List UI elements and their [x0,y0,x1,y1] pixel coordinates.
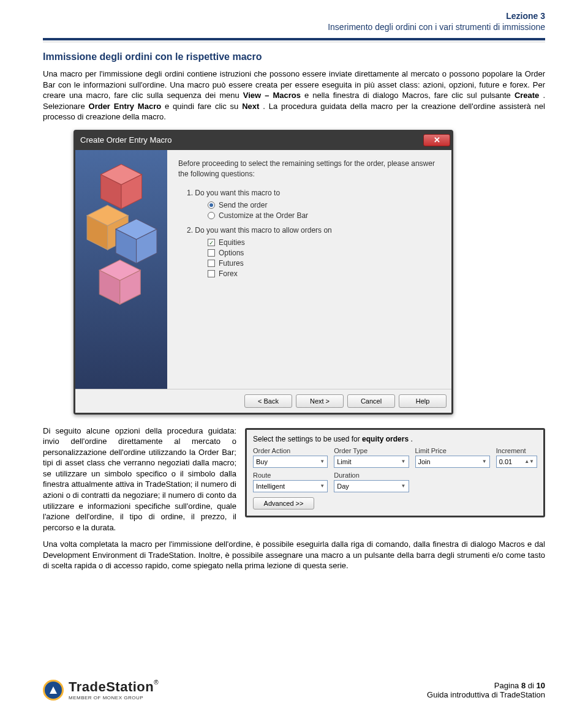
text: . [410,435,412,443]
checkbox-label: Forex [219,269,238,278]
help-button[interactable]: Help [399,394,447,408]
dropdown-duration[interactable]: Day ▼ [334,480,409,492]
checkbox-equities[interactable]: ✓ Equities [208,238,440,247]
lesson-number: Lezione 3 [43,11,545,21]
lesson-subtitle: Inserimento degli ordini con i vari stru… [43,22,545,32]
wizard-intro: Before proceeding to select the remainin… [178,159,440,179]
question-2: 2. Do you want this macro to allow order… [187,226,440,235]
brand-logo: TradeStation® MEMBER OF MONEX GROUP [43,679,159,701]
button-label: Cancel [361,397,382,405]
close-button[interactable]: ✕ [423,134,450,146]
chevron-down-icon: ▼ [401,459,406,464]
next-button[interactable]: Next > [296,394,344,408]
checkbox-icon: ✓ [208,239,215,246]
dropdown-value: Limit [337,458,351,465]
checkbox-label: Options [219,249,244,257]
spinner-value: 0.01 [499,458,512,465]
checkbox-icon [208,270,215,277]
close-icon: ✕ [434,135,440,145]
chevron-down-icon: ▼ [320,483,325,489]
intro-paragraph: Una macro per l'immissione degli ordini … [43,69,545,122]
panel-title: Select the settings to be used for equit… [253,435,537,443]
wizard-content: Before proceeding to select the remainin… [167,150,451,389]
page-total: 10 [537,681,545,690]
checkbox-options[interactable]: Options [208,249,440,257]
cancel-button[interactable]: Cancel [347,394,395,408]
cubes-icon [80,157,162,363]
dropdown-order-type[interactable]: Limit ▼ [334,456,409,468]
create-macro-dialog: Create Order Entry Macro ✕ [74,130,453,415]
bold-next: Next [242,102,259,111]
label-order-type: Order Type [334,447,409,454]
equity-settings-panel: Select the settings to be used for equit… [245,428,545,517]
spinner-arrows-icon: ▲▼ [524,459,534,464]
chevron-down-icon: ▼ [320,459,325,464]
radio-customize-order-bar[interactable]: Customize at the Order Bar [208,211,440,220]
radio-icon [208,201,215,209]
bold-menu-path: View – Macros [243,91,301,100]
checkbox-icon [208,260,215,267]
dropdown-value: Day [337,483,349,490]
question-1: 1. Do you want this macro to [187,189,440,197]
logo-badge-icon [43,680,64,701]
checkbox-label: Futures [219,259,244,268]
radio-label: Customize at the Order Bar [219,211,308,220]
radio-send-order[interactable]: Send the order [208,201,440,209]
back-button[interactable]: < Back [244,394,292,408]
label-route: Route [253,472,328,479]
button-label: Advanced >> [264,500,304,507]
label-duration: Duration [334,472,409,479]
dialog-titlebar: Create Order Entry Macro ✕ [75,132,451,150]
page-number: Pagina 8 di 10 [427,681,545,690]
dialog-title: Create Order Entry Macro [80,135,172,145]
chevron-down-icon: ▼ [482,459,487,464]
button-label: < Back [258,397,279,405]
button-label: Help [416,397,430,405]
label-order-action: Order Action [253,447,328,454]
spinner-increment[interactable]: 0.01 ▲▼ [496,456,537,468]
label-increment: Increment [496,447,537,454]
advanced-button[interactable]: Advanced >> [253,497,314,509]
label-limit-price: Limit Price [415,447,490,454]
dropdown-value: Join [418,458,431,465]
brand-name: TradeStation [69,679,154,694]
radio-icon [208,212,215,219]
dropdown-value: Buy [256,458,268,465]
checkbox-forex[interactable]: Forex [208,269,440,278]
svg-marker-12 [50,686,57,694]
completion-paragraph: Una volta completata la macro per l'immi… [43,539,545,571]
checkbox-label: Equities [219,238,245,247]
bold-equity-orders: equity orders [362,435,409,443]
bold-create: Create [514,91,539,100]
registered-mark: ® [154,679,158,686]
guide-title: Guida introduttiva di TradeStation [427,690,545,699]
checkbox-icon [208,249,215,257]
section-title: Immissione degli ordini con le rispettiv… [43,51,545,62]
wizard-side-graphic [75,150,167,389]
dropdown-route[interactable]: Intelligent ▼ [253,480,328,492]
checkbox-futures[interactable]: Futures [208,259,440,268]
text: Select the settings to be used for [253,435,362,443]
header-rule [43,38,545,40]
dropdown-limit-price[interactable]: Join ▼ [415,456,490,468]
radio-label: Send the order [219,201,267,209]
bold-order-entry-macro: Order Entry Macro [89,102,162,111]
button-label: Next > [310,397,330,405]
brand-tagline: MEMBER OF MONEX GROUP [69,695,159,701]
text: Pagina [494,681,521,690]
text: e quindi fare clic su [165,102,242,111]
dropdown-value: Intelligent [256,483,285,490]
text: e nella finestra di dialogo Macros, fare… [304,91,514,100]
page-footer: TradeStation® MEMBER OF MONEX GROUP Pagi… [43,679,545,701]
text: di [526,681,536,690]
dialog-button-row: < Back Next > Cancel Help [75,389,451,413]
dropdown-order-action[interactable]: Buy ▼ [253,456,328,468]
chevron-down-icon: ▼ [401,483,406,489]
doc-header: Lezione 3 Inserimento degli ordini con i… [43,11,545,32]
